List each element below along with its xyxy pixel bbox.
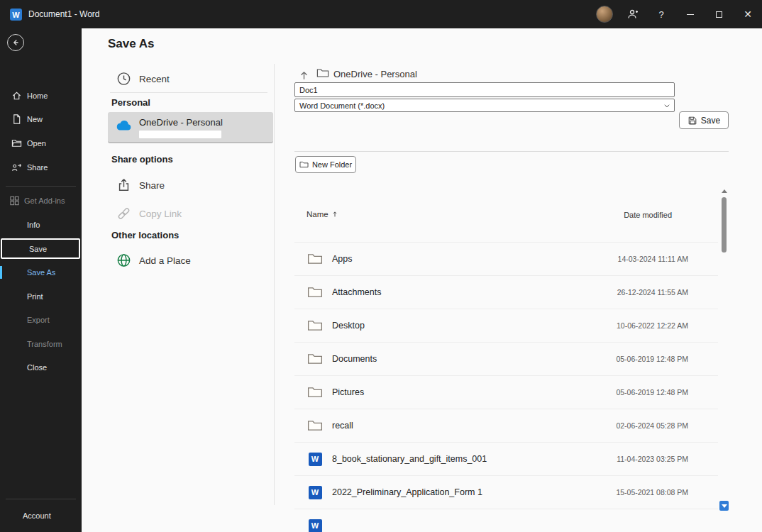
sidebar-item-label: Transform xyxy=(27,340,62,348)
place-share[interactable]: Share xyxy=(108,173,273,197)
window-title: Document1 - Word xyxy=(28,9,99,19)
file-row[interactable]: Attachments 26-12-2024 11:55 AM xyxy=(294,276,718,309)
file-name: Desktop xyxy=(332,321,365,331)
file-name: recall xyxy=(332,421,353,431)
clock-icon xyxy=(116,72,131,87)
file-row[interactable]: recall 02-06-2024 05:28 PM xyxy=(294,409,718,443)
sidebar-divider xyxy=(6,186,76,187)
word-app-icon: W xyxy=(10,9,22,21)
sort-ascending-icon xyxy=(331,210,338,218)
globe-icon xyxy=(116,253,131,268)
back-button[interactable] xyxy=(7,34,24,51)
place-label: Copy Link xyxy=(139,209,182,219)
word-document-icon: W xyxy=(307,453,323,466)
place-label: OneDrive - Personal xyxy=(139,117,223,128)
file-name: 8_book_stationary_and_gift_items_001 xyxy=(332,454,487,464)
new-folder-label: New Folder xyxy=(312,160,352,169)
sidebar-item-label: New xyxy=(27,115,43,123)
new-document-icon xyxy=(11,114,22,125)
sidebar-item-home[interactable]: Home xyxy=(0,87,82,105)
file-row[interactable]: Pictures 05-06-2019 12:48 PM xyxy=(294,376,718,409)
file-date: 14-03-2024 11:11 AM xyxy=(618,255,688,263)
place-recent[interactable]: Recent xyxy=(108,67,273,91)
up-one-level-button[interactable] xyxy=(297,68,311,82)
close-button[interactable]: ✕ xyxy=(734,0,762,28)
sidebar-item-save[interactable]: Save xyxy=(1,238,80,259)
sidebar-item-label: Open xyxy=(27,139,46,148)
column-header-label: Name xyxy=(307,210,328,218)
selected-indicator xyxy=(0,266,2,279)
sidebar-item-label: Get Add-ins xyxy=(24,196,65,205)
divider xyxy=(110,92,267,93)
file-row[interactable]: W 8_book_stationary_and_gift_items_001 1… xyxy=(294,443,718,476)
sidebar-item-close[interactable]: Close xyxy=(0,358,82,377)
share-box-icon xyxy=(116,178,131,193)
titlebar: W Document1 - Word ? ✕ xyxy=(0,0,762,28)
sidebar-item-info[interactable]: Info xyxy=(0,216,82,234)
minimize-button[interactable] xyxy=(676,0,705,28)
open-folder-icon xyxy=(11,138,22,149)
file-list: Apps 14-03-2024 11:11 AM Attachments 26-… xyxy=(294,242,718,532)
sidebar-item-label: Export xyxy=(27,316,50,324)
share-icon xyxy=(11,162,22,173)
breadcrumb-folder-icon xyxy=(316,67,329,79)
scroll-up-arrow[interactable] xyxy=(719,186,729,196)
place-add-a-place[interactable]: Add a Place xyxy=(108,248,273,272)
file-row[interactable]: Apps 14-03-2024 11:11 AM xyxy=(294,243,718,276)
save-floppy-icon xyxy=(688,116,697,126)
chevron-down-icon xyxy=(663,102,670,109)
breadcrumb[interactable]: OneDrive - Personal xyxy=(333,69,417,79)
contact-icon[interactable] xyxy=(619,0,647,28)
scrollbar[interactable] xyxy=(719,186,729,516)
save-button[interactable]: Save xyxy=(679,111,729,129)
sidebar-item-account[interactable]: Account xyxy=(0,506,82,525)
filetype-select[interactable]: Word Document (*.docx) xyxy=(294,99,675,112)
column-header-name[interactable]: Name xyxy=(307,210,338,218)
folder-icon xyxy=(307,253,323,265)
link-icon xyxy=(116,206,131,221)
share-options-header: Share options xyxy=(111,154,173,165)
word-document-icon: W xyxy=(307,486,323,499)
folder-icon xyxy=(307,353,323,365)
sidebar-item-label: Account xyxy=(23,511,51,520)
filename-input[interactable] xyxy=(294,82,675,97)
sidebar-item-label: Print xyxy=(27,292,43,301)
folder-icon xyxy=(307,286,323,299)
minimize-icon xyxy=(687,14,694,15)
other-locations-header: Other locations xyxy=(111,230,179,240)
sidebar-item-transform: Transform xyxy=(0,335,82,353)
new-folder-button[interactable]: New Folder xyxy=(295,156,356,173)
place-label: Add a Place xyxy=(139,255,191,266)
scroll-down-arrow[interactable] xyxy=(719,501,729,511)
account-avatar[interactable] xyxy=(596,6,613,23)
maximize-button[interactable] xyxy=(705,0,733,28)
scrollbar-thumb[interactable] xyxy=(722,197,727,253)
file-row[interactable]: Desktop 10-06-2022 12:22 AM xyxy=(294,309,718,343)
page-title: Save As xyxy=(108,37,155,51)
file-name: 2022_Preliminary_Application_Form 1 xyxy=(332,487,482,497)
sidebar-divider xyxy=(6,499,76,499)
add-ins-grid-icon xyxy=(9,196,20,206)
help-button[interactable]: ? xyxy=(647,0,675,28)
file-row[interactable]: W 2022_Preliminary_Application_Form 1 15… xyxy=(294,476,718,509)
folder-icon xyxy=(307,386,323,399)
sidebar-item-save-as[interactable]: Save As xyxy=(0,263,82,282)
save-button-label: Save xyxy=(701,116,720,126)
file-date: 05-06-2019 12:48 PM xyxy=(616,355,688,363)
sidebar-item-share[interactable]: Share xyxy=(0,158,82,177)
file-name: Attachments xyxy=(332,287,381,297)
column-header-date-modified[interactable]: Date modified xyxy=(497,211,672,219)
sidebar-item-new[interactable]: New xyxy=(0,110,82,128)
backstage-sidebar: Home New Open Share Get Add-ins xyxy=(0,28,82,532)
file-row-partial[interactable]: W xyxy=(294,509,718,532)
word-save-as-window: W Document1 - Word ? ✕ Home xyxy=(0,0,762,532)
home-icon xyxy=(11,91,22,101)
sidebar-item-open[interactable]: Open xyxy=(0,134,82,153)
sidebar-item-label: Share xyxy=(27,163,48,172)
sidebar-item-print[interactable]: Print xyxy=(0,287,82,306)
sidebar-item-label: Close xyxy=(27,363,47,372)
file-row[interactable]: Documents 05-06-2019 12:48 PM xyxy=(294,343,718,376)
file-date: 26-12-2024 11:55 AM xyxy=(617,288,688,297)
account-email-redacted xyxy=(139,131,221,138)
place-onedrive-personal[interactable]: OneDrive - Personal xyxy=(108,112,273,143)
